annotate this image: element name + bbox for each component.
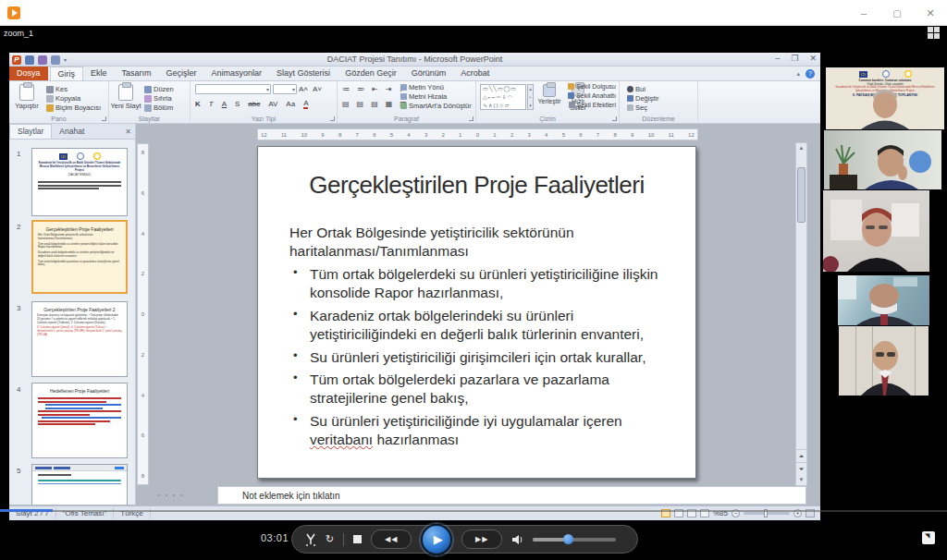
slide-intro-text[interactable]: Her Ortak Bölgesinde yetiştiricilik sekt… xyxy=(289,224,632,261)
reset-button[interactable]: Sıfırla xyxy=(144,94,172,103)
zoom-slider[interactable] xyxy=(744,512,790,515)
slide-bullet[interactable]: Su ürünleri yetiştiriciliğinde iyi uygul… xyxy=(289,412,670,449)
slide-thumbnail-2-selected[interactable]: Gerçekleştirilen Proje Faaliyetleri Her … xyxy=(31,220,128,294)
window-maximize-button[interactable] xyxy=(880,0,914,26)
align-center-icon[interactable]: ▤ xyxy=(357,100,364,108)
panel-tab-slides[interactable]: Slaytlar xyxy=(9,124,52,139)
align-text-button[interactable]: Metni Hizala xyxy=(400,92,447,101)
shapes-scroll[interactable]: ▴▪▾ xyxy=(527,84,534,110)
underline-button[interactable]: A xyxy=(222,100,227,108)
bullets-icon[interactable]: ≔ xyxy=(342,85,350,93)
tab-gecisler[interactable]: Geçişler xyxy=(159,67,204,80)
seek-bar[interactable] xyxy=(0,510,947,512)
tab-gorunum[interactable]: Görünüm xyxy=(404,67,454,80)
shadow-button[interactable]: S xyxy=(235,100,240,108)
tab-dosya[interactable]: Dosya xyxy=(9,67,48,80)
numbering-icon[interactable]: ≕ xyxy=(357,85,364,93)
align-left-icon[interactable]: ▤ xyxy=(342,100,350,108)
volume-thumb[interactable] xyxy=(563,534,573,544)
window-minimize-button[interactable] xyxy=(847,0,880,26)
volume-slider[interactable] xyxy=(533,538,616,542)
participant-video-2[interactable] xyxy=(824,130,941,189)
tab-animasyonlar[interactable]: Animasyonlar xyxy=(204,67,270,80)
popout-icon[interactable] xyxy=(922,531,935,544)
participant-video-5[interactable] xyxy=(839,326,929,396)
gallery-view-icon[interactable] xyxy=(928,27,940,39)
italic-button[interactable]: T xyxy=(209,100,214,108)
slide-title[interactable]: Gerçekleştirilen Proje Faaliyetleri xyxy=(258,171,695,200)
slide-canvas[interactable]: Gerçekleştirilen Proje Faaliyetleri Her … xyxy=(257,146,696,479)
ppt-close-button[interactable]: ✕ xyxy=(809,54,817,63)
participant-video-1[interactable]: Common borders. Common solutions Ortak S… xyxy=(826,67,944,129)
increase-indent-icon[interactable]: ⇥ xyxy=(386,85,392,93)
shape-effects-button[interactable]: Şekil Efektleri xyxy=(569,102,616,108)
play-button[interactable]: ▶ xyxy=(421,524,452,555)
help-icon[interactable]: ? xyxy=(806,69,815,79)
ppt-minimize-button[interactable]: – xyxy=(775,54,780,63)
next-slide-button[interactable]: ⏷ xyxy=(796,462,806,475)
text-direction-button[interactable]: Metin Yönü xyxy=(400,83,444,91)
character-spacing-button[interactable]: AV xyxy=(268,100,277,108)
slide-bullet[interactable]: Su ürünleri yetiştiriciliği girişimciler… xyxy=(289,348,670,367)
rewind-button[interactable]: ◀◀ xyxy=(371,530,412,549)
shrink-font-icon[interactable]: A˅ xyxy=(313,85,322,93)
scroll-up-icon[interactable]: ▲ xyxy=(796,143,806,153)
seek-bar-progress[interactable] xyxy=(0,509,53,512)
tab-gozden-gecir[interactable]: Gözden Geçir xyxy=(338,67,404,80)
slide-thumbnail-3[interactable]: Gerçekleştirilen Proje Faaliyetleri 2 De… xyxy=(31,301,128,377)
tab-giris[interactable]: Giriş xyxy=(50,67,84,80)
slide-thumbnail-4[interactable]: Hedeflenen Proje Faaliyetleri xyxy=(31,383,128,458)
find-button[interactable]: Bul xyxy=(627,85,646,93)
scrollbar-thumb[interactable] xyxy=(797,167,806,223)
change-case-button[interactable]: Aa xyxy=(286,100,295,108)
participant-video-4[interactable] xyxy=(838,275,929,325)
shapes-gallery[interactable]: ▭╲╲▭◯▭△⌐⌐⇦⇩◠∿∧()☆▱ xyxy=(480,84,526,110)
font-color-button[interactable]: A xyxy=(303,99,308,109)
minimize-ribbon-icon[interactable]: ▴ xyxy=(796,70,800,78)
copy-button[interactable]: Kopyala xyxy=(46,94,80,103)
decrease-indent-icon[interactable]: ⇤ xyxy=(372,85,378,93)
dialog-launcher-icon[interactable] xyxy=(612,116,617,121)
tab-ekle[interactable]: Ekle xyxy=(83,67,115,80)
new-slide-button[interactable]: Yeni Slayt xyxy=(110,84,141,110)
tab-tasarim[interactable]: Tasarım xyxy=(115,67,159,80)
section-button[interactable]: Bölüm xyxy=(144,103,173,112)
bold-button[interactable]: K xyxy=(195,100,201,108)
trim-icon[interactable] xyxy=(305,533,316,546)
align-right-icon[interactable]: ▤ xyxy=(371,100,378,108)
slide-bullet[interactable]: Tüm ortak bölgelerdeki su ürünleri yetiş… xyxy=(289,265,670,302)
font-size-combo[interactable] xyxy=(273,84,297,94)
shape-fill-button[interactable]: Şekil Dolgusu xyxy=(568,83,616,90)
cut-button[interactable]: Kes xyxy=(46,85,68,93)
participant-video-3[interactable] xyxy=(823,190,929,272)
strikethrough-button[interactable]: abc xyxy=(248,100,260,108)
justify-icon[interactable]: ▦ xyxy=(386,100,393,108)
smartart-button[interactable]: SmartArt'a Dönüştür xyxy=(400,102,472,110)
panel-tab-outline[interactable]: Anahat xyxy=(52,125,92,138)
slide-bullet-list[interactable]: Tüm ortak bölgelerdeki su ürünleri yetiş… xyxy=(289,265,670,448)
paste-button[interactable]: Yapıştır xyxy=(11,84,43,110)
tab-slayt-gosterisi[interactable]: Slayt Gösterisi xyxy=(269,67,338,80)
slide-bullet[interactable]: Tüm ortak bölgelerdeki pazarlara ve paza… xyxy=(289,371,670,408)
ppt-restore-button[interactable]: ❐ xyxy=(791,54,798,63)
slide-thumbnail-1[interactable]: Karadeniz'de Yetiştiricilik ve Balık Ürü… xyxy=(31,148,128,216)
slide-thumbnail-5[interactable] xyxy=(31,464,128,505)
previous-slide-button[interactable]: ⏶ xyxy=(796,449,806,462)
notes-pane[interactable]: Not eklemek için tıklatın xyxy=(217,486,806,505)
scroll-down-icon[interactable]: ▼ xyxy=(796,475,806,485)
grow-font-icon[interactable]: A˄ xyxy=(299,85,308,93)
replace-button[interactable]: Değiştir xyxy=(627,94,658,103)
loop-icon[interactable]: ↻ xyxy=(326,533,334,545)
vertical-scrollbar[interactable]: ▲ ⏶ ⏷ ▼ xyxy=(795,142,807,486)
dialog-launcher-icon[interactable] xyxy=(330,116,335,121)
dialog-launcher-icon[interactable] xyxy=(102,116,106,121)
arrange-button[interactable]: Yerleştir xyxy=(535,84,564,104)
speaker-icon[interactable] xyxy=(511,534,523,545)
panel-close-icon[interactable]: ✕ xyxy=(125,128,131,136)
dialog-launcher-icon[interactable] xyxy=(469,116,474,121)
select-button[interactable]: Seç xyxy=(627,103,647,112)
fast-forward-button[interactable]: ▶▶ xyxy=(461,530,502,549)
slide-bullet[interactable]: Karadeniz ortak bölgelerindeki su ürünle… xyxy=(289,307,670,344)
window-close-button[interactable] xyxy=(914,0,947,26)
tab-acrobat[interactable]: Acrobat xyxy=(453,67,497,80)
